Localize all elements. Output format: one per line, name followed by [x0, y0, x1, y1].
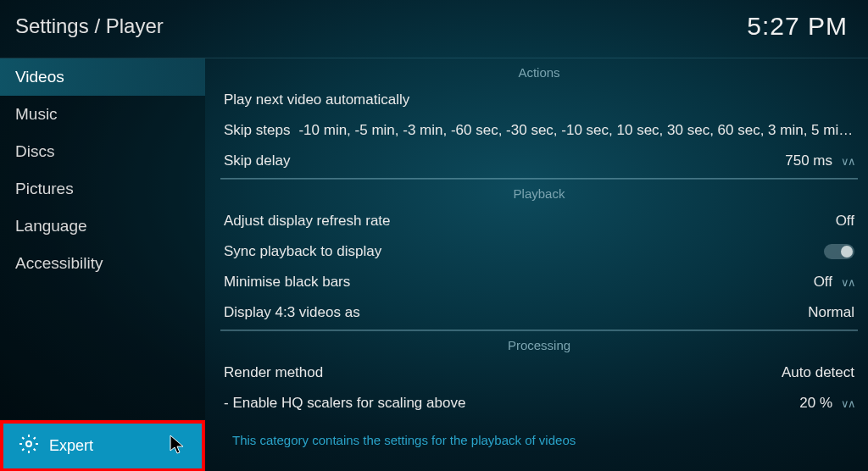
section-header-playback: Playback: [220, 179, 858, 206]
spinner-icon[interactable]: ∨∧: [841, 398, 854, 409]
setting-label: Adjust display refresh rate: [224, 213, 391, 230]
setting-label: Render method: [224, 364, 323, 381]
setting-value: 20 %: [799, 395, 832, 412]
settings-level-label: Expert: [49, 437, 93, 455]
section-header-actions: Actions: [220, 58, 858, 85]
content: Actions Play next video automatically Sk…: [205, 58, 868, 471]
setting-label: Minimise black bars: [224, 274, 350, 291]
toggle-switch[interactable]: [824, 244, 854, 259]
spinner-icon[interactable]: ∨∧: [841, 277, 854, 288]
setting-label: Skip delay: [224, 152, 290, 169]
help-text: This category contains the settings for …: [232, 433, 576, 447]
svg-point-0: [26, 441, 31, 446]
setting-play-next[interactable]: Play next video automatically: [220, 85, 858, 115]
main: Videos Music Discs Pictures Language Acc…: [0, 58, 868, 471]
clock: 5:27 PM: [747, 12, 848, 41]
sidebar-item-label: Pictures: [15, 180, 74, 197]
sidebar: Videos Music Discs Pictures Language Acc…: [0, 58, 205, 471]
sidebar-item-accessibility[interactable]: Accessibility: [0, 245, 205, 282]
sidebar-item-music[interactable]: Music: [0, 96, 205, 133]
setting-hq-scalers[interactable]: - Enable HQ scalers for scaling above 20…: [220, 388, 858, 418]
setting-label: Skip steps: [224, 122, 290, 139]
sidebar-item-videos[interactable]: Videos: [0, 58, 205, 96]
sidebar-item-discs[interactable]: Discs: [0, 133, 205, 170]
setting-value: Auto detect: [782, 364, 854, 381]
sidebar-item-label: Music: [15, 105, 58, 123]
sidebar-item-language[interactable]: Language: [0, 208, 205, 245]
setting-render-method[interactable]: Render method Auto detect: [220, 357, 858, 388]
gear-icon: [19, 434, 39, 458]
setting-value: Off: [814, 274, 832, 291]
setting-label: Play next video automatically: [224, 91, 409, 108]
setting-value: Off: [836, 213, 854, 230]
sidebar-list: Videos Music Discs Pictures Language Acc…: [0, 58, 205, 420]
setting-black-bars[interactable]: Minimise black bars Off ∨∧: [220, 267, 858, 297]
header: Settings / Player 5:27 PM: [0, 0, 868, 58]
setting-skip-steps[interactable]: Skip steps -10 min, -5 min, -3 min, -60 …: [220, 115, 858, 146]
setting-value: -10 min, -5 min, -3 min, -60 sec, -30 se…: [298, 122, 854, 139]
breadcrumb: Settings / Player: [15, 14, 164, 38]
sidebar-item-label: Discs: [15, 142, 54, 160]
setting-sync-playback[interactable]: Sync playback to display: [220, 236, 858, 267]
sidebar-item-label: Videos: [15, 68, 64, 86]
setting-refresh-rate[interactable]: Adjust display refresh rate Off: [220, 206, 858, 236]
spinner-icon[interactable]: ∨∧: [841, 156, 854, 167]
setting-value: 750 ms: [785, 152, 832, 169]
setting-label: - Enable HQ scalers for scaling above: [224, 395, 465, 412]
setting-skip-delay[interactable]: Skip delay 750 ms ∨∧: [220, 146, 858, 176]
setting-label: Display 4:3 videos as: [224, 304, 360, 321]
setting-aspect-ratio[interactable]: Display 4:3 videos as Normal: [220, 297, 858, 328]
setting-value: Normal: [808, 304, 854, 321]
sidebar-item-label: Accessibility: [15, 254, 103, 272]
sidebar-item-label: Language: [15, 217, 87, 235]
sidebar-item-pictures[interactable]: Pictures: [0, 170, 205, 208]
settings-level-button[interactable]: Expert: [0, 420, 205, 471]
setting-label: Sync playback to display: [224, 243, 381, 260]
section-header-processing: Processing: [220, 330, 858, 357]
